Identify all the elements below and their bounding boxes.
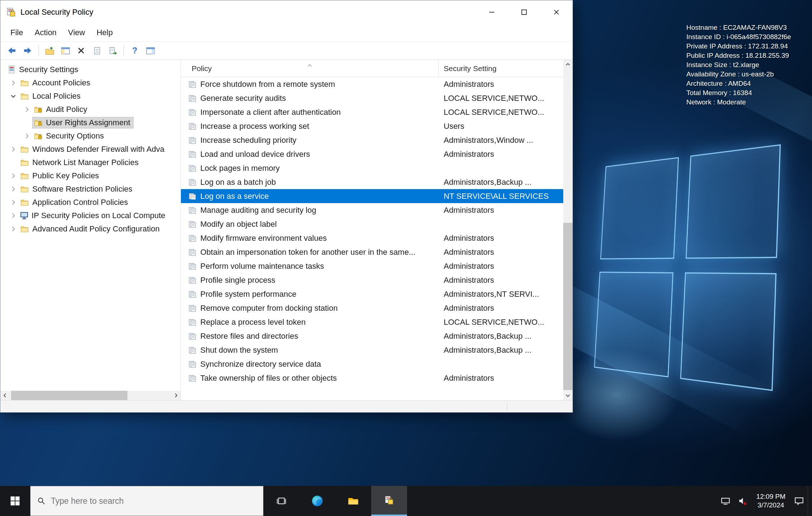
scroll-up-icon[interactable]: [563, 60, 573, 69]
policy-row-restore-files-and-directories[interactable]: Restore files and directoriesAdministrat…: [181, 329, 563, 343]
policy-row-manage-auditing-and-security-log[interactable]: Manage auditing and security logAdminist…: [181, 203, 563, 217]
policy-row-profile-system-performance[interactable]: Profile system performanceAdministrators…: [181, 287, 563, 301]
chevron-right-icon[interactable]: [21, 105, 33, 113]
forward-button[interactable]: [20, 43, 36, 58]
tree-item-security-options[interactable]: Security Options: [0, 129, 181, 142]
help-button[interactable]: ?: [127, 43, 143, 58]
chevron-down-icon[interactable]: [8, 92, 19, 100]
start-button[interactable]: [0, 486, 30, 516]
scrollbar-thumb[interactable]: [11, 391, 127, 400]
action-center-button[interactable]: [790, 486, 808, 516]
scrollbar-track[interactable]: [563, 69, 573, 391]
minimize-button[interactable]: [476, 0, 508, 24]
back-button[interactable]: [4, 43, 20, 58]
policy-row-generate-security-audits[interactable]: Generate security auditsLOCAL SERVICE,NE…: [181, 91, 563, 105]
policy-cell: Remove computer from docking station: [181, 304, 439, 313]
volume-tray-button[interactable]: [734, 486, 751, 516]
task-view-button[interactable]: [263, 486, 299, 516]
tree-node[interactable]: Audit Policy: [33, 104, 90, 115]
edge-taskbar-button[interactable]: [299, 486, 335, 516]
policy-row-obtain-an-impersonation-token-for-anothe[interactable]: Obtain an impersonation token for anothe…: [181, 245, 563, 259]
policy-row-increase-scheduling-priority[interactable]: Increase scheduling priorityAdministrato…: [181, 133, 563, 147]
menu-help[interactable]: Help: [91, 24, 118, 41]
search-input[interactable]: [51, 496, 257, 506]
policy-row-take-ownership-of-files-or-other-objects[interactable]: Take ownership of files or other objects…: [181, 371, 563, 385]
menu-action[interactable]: Action: [29, 24, 62, 41]
tree-node[interactable]: Security Options: [33, 131, 107, 141]
tree-node[interactable]: Windows Defender Firewall with Adva: [19, 144, 167, 155]
delete-button[interactable]: [73, 43, 89, 58]
policy-row-profile-single-process[interactable]: Profile single processAdministrators: [181, 273, 563, 287]
tree-item-audit-policy[interactable]: Audit Policy: [0, 103, 181, 116]
policy-row-shut-down-the-system[interactable]: Shut down the systemAdministrators,Backu…: [181, 343, 563, 357]
scrollbar-thumb[interactable]: [563, 223, 573, 390]
policy-row-force-shutdown-from-a-remote-system[interactable]: Force shutdown from a remote systemAdmin…: [181, 77, 563, 91]
chevron-right-icon[interactable]: [8, 185, 19, 193]
folder-up-button[interactable]: [42, 43, 57, 58]
taskbar-clock[interactable]: 12:09 PM 3/7/2024: [751, 486, 790, 516]
policy-row-perform-volume-maintenance-tasks[interactable]: Perform volume maintenance tasksAdminist…: [181, 259, 563, 273]
tree-node[interactable]: Software Restriction Policies: [19, 184, 135, 194]
tree-item-account-policies[interactable]: Account Policies: [0, 76, 181, 89]
tree-item-application-control-policies[interactable]: Application Control Policies: [0, 196, 181, 209]
column-header-policy[interactable]: Policy: [181, 60, 439, 77]
chevron-right-icon[interactable]: [8, 145, 19, 153]
maximize-button[interactable]: [508, 0, 540, 24]
tree-item-advanced-audit-policy-configuration[interactable]: Advanced Audit Policy Configuration: [0, 222, 181, 235]
network-tray-button[interactable]: [717, 486, 734, 516]
policy-row-increase-a-process-working-set[interactable]: Increase a process working setUsers: [181, 119, 563, 133]
chevron-right-icon[interactable]: [21, 132, 33, 140]
scrollbar-track[interactable]: [10, 391, 171, 400]
local-security-policy-taskbar-button[interactable]: [371, 486, 407, 516]
tree-item-security-settings[interactable]: Security Settings: [0, 63, 181, 76]
chevron-right-icon[interactable]: [8, 225, 19, 233]
column-header-security-setting[interactable]: Security Setting: [439, 60, 563, 77]
tree-node[interactable]: Network List Manager Policies: [19, 157, 141, 168]
tree-item-local-policies[interactable]: Local Policies: [0, 89, 181, 103]
console-tree-button[interactable]: [57, 43, 73, 58]
policy-row-modify-firmware-environment-values[interactable]: Modify firmware environment valuesAdmini…: [181, 231, 563, 245]
show-desktop-button[interactable]: [808, 486, 812, 516]
tree-item-software-restriction-policies[interactable]: Software Restriction Policies: [0, 182, 181, 196]
policy-row-synchronize-directory-service-data[interactable]: Synchronize directory service data: [181, 357, 563, 371]
tree-item-user-rights-assignment[interactable]: User Rights Assignment: [0, 116, 181, 129]
policy-row-replace-a-process-level-token[interactable]: Replace a process level tokenLOCAL SERVI…: [181, 315, 563, 329]
chevron-right-icon[interactable]: [8, 172, 19, 180]
policy-row-remove-computer-from-docking-station[interactable]: Remove computer from docking stationAdmi…: [181, 301, 563, 315]
tree-node[interactable]: IP Security Policies on Local Compute: [19, 210, 168, 221]
policy-row-modify-an-object-label[interactable]: Modify an object label: [181, 217, 563, 231]
file-explorer-button[interactable]: [335, 486, 371, 516]
tree-item-network-list-manager-policies[interactable]: Network List Manager Policies: [0, 156, 181, 169]
policy-row-impersonate-a-client-after-authenticatio[interactable]: Impersonate a client after authenticatio…: [181, 105, 563, 119]
taskbar-search[interactable]: [30, 486, 263, 516]
export-list-button[interactable]: [89, 43, 105, 58]
tree-node[interactable]: Public Key Policies: [19, 170, 102, 181]
tree-item-windows-defender-firewall-with-adva[interactable]: Windows Defender Firewall with Adva: [0, 142, 181, 156]
menu-view[interactable]: View: [62, 24, 91, 41]
tree-item-public-key-policies[interactable]: Public Key Policies: [0, 169, 181, 182]
tree-node[interactable]: User Rights Assignment: [33, 117, 133, 128]
tree-node[interactable]: Account Policies: [19, 78, 93, 88]
scroll-left-icon[interactable]: [0, 391, 10, 400]
list-vertical-scrollbar[interactable]: [563, 60, 573, 400]
tree-node[interactable]: Advanced Audit Policy Configuration: [19, 224, 163, 234]
tree-horizontal-scrollbar[interactable]: [0, 391, 181, 400]
scroll-down-icon[interactable]: [563, 391, 573, 400]
policy-row-lock-pages-in-memory[interactable]: Lock pages in memory: [181, 161, 563, 175]
policy-row-log-on-as-a-batch-job[interactable]: Log on as a batch jobAdministrators,Back…: [181, 175, 563, 189]
chevron-right-icon[interactable]: [8, 79, 19, 87]
title-bar[interactable]: Local Security Policy: [0, 0, 573, 24]
tree-node[interactable]: Application Control Policies: [19, 197, 131, 208]
chevron-right-icon[interactable]: [8, 198, 19, 206]
menu-file[interactable]: File: [5, 24, 29, 41]
close-button[interactable]: [540, 0, 573, 24]
doc-arrow-button[interactable]: [105, 43, 121, 58]
chevron-right-icon[interactable]: [8, 212, 19, 220]
tree-node[interactable]: Security Settings: [7, 64, 81, 75]
policy-row-load-and-unload-device-drivers[interactable]: Load and unload device driversAdministra…: [181, 147, 563, 161]
scroll-right-icon[interactable]: [171, 391, 181, 400]
tree-item-ip-security-policies-on-local-compute[interactable]: IP Security Policies on Local Compute: [0, 209, 181, 222]
tree-node[interactable]: Local Policies: [19, 91, 84, 102]
panes-button[interactable]: [143, 43, 158, 58]
policy-row-log-on-as-a-service[interactable]: Log on as a serviceNT SERVICE\ALL SERVIC…: [181, 189, 563, 203]
